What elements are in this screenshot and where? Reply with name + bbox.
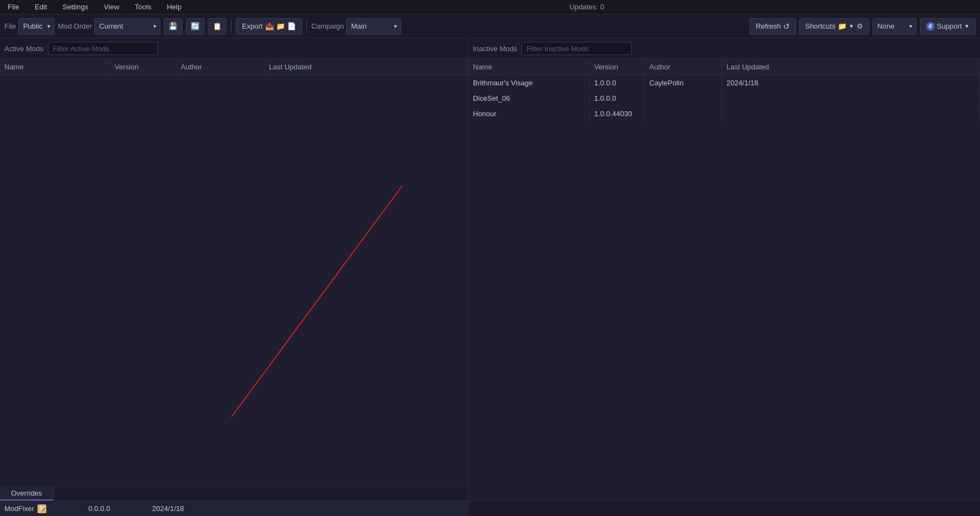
support-arrow: ▼ (964, 23, 970, 29)
col-header-version-active: Version (110, 59, 176, 75)
bottom-active-area: ModFixer 🎲 0.0.0.0 2024/1/18 (0, 501, 469, 516)
modfixer-row[interactable]: ModFixer 🎲 0.0.0.0 2024/1/18 (0, 501, 468, 516)
file-dropdown[interactable]: Public (18, 18, 55, 35)
menu-bar: File Edit Settings View Tools Help Updat… (0, 0, 980, 14)
menu-view[interactable]: View (100, 2, 122, 12)
shortcuts-chevron: ▼ (849, 23, 854, 29)
overrides-tab-label: Overrides (11, 489, 42, 497)
export-icon: 📤 (265, 22, 274, 30)
inactive-mod-row[interactable]: Honour 1.0.0.44030 (469, 106, 980, 122)
modfixer-date-cell: 2024/1/18 (148, 501, 189, 516)
mod-cell-version: 1.0.0.0 (590, 91, 645, 106)
inactive-mods-list: Brithmaur's Visage 1.0.0.0 CaylePolin 20… (469, 75, 980, 501)
refresh-icon: ↺ (783, 22, 790, 31)
campaign-group: Campaign Main ▼ (311, 18, 401, 35)
mod-cell-author (645, 91, 722, 106)
inactive-mods-filter[interactable] (521, 42, 632, 55)
shortcuts-button[interactable]: Shortcuts 📁 ▼ ⚙ (799, 18, 869, 35)
toolbar: File Public ▼ Mod Order Current ▼ 💾 🔄 📋 … (0, 14, 980, 39)
mod-cell-name: Brithmaur's Visage (469, 75, 590, 90)
menu-edit[interactable]: Edit (31, 2, 50, 12)
active-mods-col-headers: Name Version Author Last Updated (0, 59, 468, 75)
active-mods-filter[interactable] (48, 42, 158, 55)
col-header-name-active: Name (0, 59, 110, 75)
active-mods-header: Active Mods (0, 39, 468, 59)
active-mods-body (0, 75, 468, 486)
mod-cell-version: 1.0.0.0 (590, 75, 645, 90)
campaign-label: Campaign (311, 22, 344, 30)
inactive-mods-panel: Inactive Mods Name Version Author Last U… (469, 39, 980, 501)
export-button[interactable]: Export 📤 📁 📄 (236, 18, 302, 35)
mod-cell-name: DiceSet_06 (469, 91, 590, 106)
mod-order-dropdown[interactable]: Current (94, 18, 160, 35)
active-mods-label: Active Mods (4, 45, 44, 53)
col-header-author-inactive: Author (645, 59, 722, 75)
active-mods-panel: Active Mods Name Version Author Last Upd… (0, 39, 469, 501)
red-diagonal-line (0, 75, 468, 486)
modfixer-date: 2024/1/18 (152, 504, 184, 513)
inactive-mods-header: Inactive Mods (469, 39, 980, 59)
mod-order-group: Mod Order Current ▼ (58, 18, 160, 35)
file-label: File (4, 22, 16, 30)
inactive-mods-col-headers: Name Version Author Last Updated (469, 59, 980, 75)
inactive-mod-row[interactable]: DiceSet_06 1.0.0.0 (469, 91, 980, 106)
menu-tools[interactable]: Tools (131, 2, 154, 12)
mod-cell-author: CaylePolin (645, 75, 722, 90)
separator-2 (306, 20, 307, 33)
support-button[interactable]: d Support ▼ (920, 18, 976, 35)
separator-1 (231, 20, 231, 33)
bottom-bar: ModFixer 🎲 0.0.0.0 2024/1/18 (0, 501, 980, 516)
mod-order-label: Mod Order (58, 22, 92, 30)
mod-cell-version: 1.0.0.44030 (590, 106, 645, 121)
col-header-name-inactive: Name (469, 59, 590, 75)
campaign-dropdown[interactable]: Main (346, 18, 401, 35)
file-dropdown-wrapper[interactable]: File Public ▼ (4, 18, 55, 35)
import-button[interactable]: 📋 (208, 18, 227, 35)
inactive-mods-label: Inactive Mods (473, 45, 517, 53)
mod-order-dropdown-wrapper[interactable]: Current ▼ (94, 18, 160, 35)
campaign-dropdown-wrapper[interactable]: Main ▼ (346, 18, 401, 35)
export-icon3: 📄 (287, 22, 296, 30)
save-button[interactable]: 💾 (164, 18, 182, 35)
refresh-label: Refresh (756, 22, 781, 30)
load-button[interactable]: 🔄 (186, 18, 204, 35)
updates-badge: Updates: 0 (569, 3, 604, 11)
support-icon: d (926, 22, 935, 31)
none-dropdown-wrapper[interactable]: None ▼ (873, 18, 917, 35)
menu-file[interactable]: File (4, 2, 23, 12)
shortcuts-label: Shortcuts (805, 22, 836, 30)
menu-help[interactable]: Help (164, 2, 185, 12)
col-header-lastupdated-inactive: Last Updated (722, 59, 980, 75)
col-header-author-active: Author (176, 59, 265, 75)
modfixer-name-cell: ModFixer 🎲 (0, 501, 51, 516)
mod-cell-name: Honour (469, 106, 590, 121)
svg-line-0 (231, 186, 402, 417)
none-dropdown[interactable]: None (873, 18, 917, 35)
support-label: Support (937, 22, 962, 30)
shortcuts-icon2: ⚙ (857, 22, 863, 30)
col-header-version-inactive: Version (590, 59, 645, 75)
mod-cell-lastupdated (722, 106, 980, 121)
overrides-tab-bar: Overrides (0, 486, 468, 501)
modfixer-version-cell: 0.0.0.0 (84, 501, 115, 516)
col-header-lastupdated-active: Last Updated (265, 59, 468, 75)
refresh-button[interactable]: Refresh ↺ (750, 18, 796, 35)
modfixer-version: 0.0.0.0 (88, 504, 110, 513)
export-icon2: 📁 (276, 22, 285, 30)
menu-settings[interactable]: Settings (59, 2, 91, 12)
inactive-mod-row[interactable]: Brithmaur's Visage 1.0.0.0 CaylePolin 20… (469, 75, 980, 91)
modfixer-name: ModFixer (4, 504, 34, 513)
mod-cell-lastupdated: 2024/1/18 (722, 75, 980, 90)
mod-cell-lastupdated (722, 91, 980, 106)
modfixer-icon: 🎲 (37, 504, 46, 513)
export-label: Export (242, 22, 263, 30)
shortcuts-icon: 📁 (838, 22, 847, 30)
bottom-inactive-area (469, 501, 980, 516)
overrides-tab[interactable]: Overrides (0, 487, 53, 501)
mod-cell-author (645, 106, 722, 121)
main-content: Active Mods Name Version Author Last Upd… (0, 39, 980, 501)
